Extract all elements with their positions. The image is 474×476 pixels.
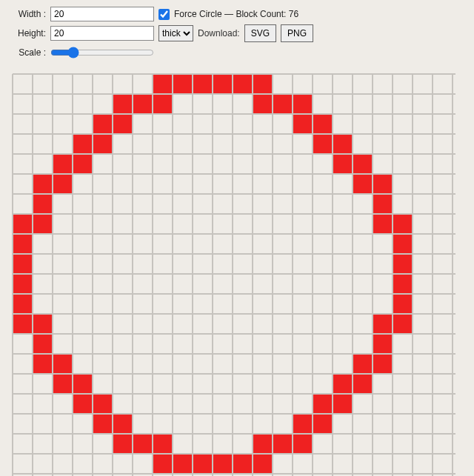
svg-rect-19 xyxy=(333,135,352,153)
svg-rect-25 xyxy=(53,175,72,193)
svg-rect-4 xyxy=(233,75,252,93)
force-circle-status: Force Circle — Block Count: 76 xyxy=(174,9,298,19)
svg-rect-43 xyxy=(33,315,52,333)
svg-rect-10 xyxy=(273,95,292,113)
svg-rect-57 xyxy=(93,395,112,413)
svg-rect-40 xyxy=(13,295,32,313)
svg-rect-51 xyxy=(373,355,392,373)
svg-rect-64 xyxy=(113,435,132,453)
force-circle-checkbox[interactable] xyxy=(158,9,170,20)
svg-rect-75 xyxy=(253,455,272,473)
pixel-grid[interactable] xyxy=(7,67,455,476)
svg-rect-22 xyxy=(333,155,352,173)
svg-rect-52 xyxy=(53,375,72,393)
svg-rect-68 xyxy=(273,435,292,453)
svg-rect-41 xyxy=(393,295,412,313)
svg-rect-9 xyxy=(253,95,272,113)
svg-rect-35 xyxy=(393,235,412,253)
svg-rect-14 xyxy=(293,115,312,133)
svg-rect-60 xyxy=(93,415,112,433)
svg-rect-42 xyxy=(13,315,32,333)
svg-rect-62 xyxy=(293,415,312,433)
svg-rect-18 xyxy=(313,135,332,153)
svg-rect-28 xyxy=(33,195,52,213)
svg-rect-56 xyxy=(73,395,92,413)
svg-rect-3 xyxy=(213,75,232,93)
svg-rect-32 xyxy=(373,215,392,233)
svg-rect-74 xyxy=(233,455,252,473)
svg-rect-33 xyxy=(393,215,412,233)
svg-rect-38 xyxy=(13,275,32,293)
svg-rect-44 xyxy=(373,315,392,333)
svg-rect-72 xyxy=(193,455,212,473)
scale-label: Scale : xyxy=(7,47,46,58)
svg-rect-53 xyxy=(73,375,92,393)
svg-rect-15 xyxy=(313,115,332,133)
svg-rect-30 xyxy=(13,215,32,233)
svg-rect-47 xyxy=(373,335,392,353)
width-input[interactable] xyxy=(50,7,154,21)
download-svg-button[interactable]: SVG xyxy=(244,24,276,42)
svg-rect-55 xyxy=(353,375,372,393)
svg-rect-34 xyxy=(13,235,32,253)
svg-rect-21 xyxy=(73,155,92,173)
svg-rect-45 xyxy=(393,315,412,333)
svg-rect-69 xyxy=(293,435,312,453)
width-label: Width : xyxy=(7,9,46,19)
svg-rect-46 xyxy=(33,335,52,353)
svg-rect-29 xyxy=(373,195,392,213)
svg-rect-36 xyxy=(13,255,32,273)
svg-rect-27 xyxy=(373,175,392,193)
svg-rect-65 xyxy=(133,435,152,453)
svg-rect-58 xyxy=(313,395,332,413)
svg-rect-1 xyxy=(173,75,192,93)
download-png-button[interactable]: PNG xyxy=(281,24,313,42)
svg-rect-17 xyxy=(93,135,112,153)
svg-rect-54 xyxy=(333,375,352,393)
svg-rect-24 xyxy=(33,175,52,193)
height-label: Height: xyxy=(7,28,46,38)
svg-rect-39 xyxy=(393,275,412,293)
svg-rect-31 xyxy=(33,215,52,233)
svg-rect-37 xyxy=(393,255,412,273)
svg-rect-50 xyxy=(353,355,372,373)
svg-rect-6 xyxy=(113,95,132,113)
svg-rect-26 xyxy=(353,175,372,193)
svg-rect-71 xyxy=(173,455,192,473)
svg-rect-73 xyxy=(213,455,232,473)
thickness-select[interactable]: thinthickfilled xyxy=(158,25,193,41)
svg-rect-67 xyxy=(253,435,272,453)
download-label: Download: xyxy=(198,28,240,38)
svg-rect-7 xyxy=(133,95,152,113)
svg-rect-63 xyxy=(313,415,332,433)
svg-rect-12 xyxy=(93,115,112,133)
svg-rect-5 xyxy=(253,75,272,93)
svg-rect-48 xyxy=(33,355,52,373)
svg-rect-70 xyxy=(153,455,172,473)
svg-rect-23 xyxy=(353,155,372,173)
svg-rect-59 xyxy=(333,395,352,413)
svg-rect-8 xyxy=(153,95,172,113)
svg-rect-13 xyxy=(113,115,132,133)
svg-rect-11 xyxy=(293,95,312,113)
scale-slider[interactable] xyxy=(50,47,154,58)
svg-rect-20 xyxy=(53,155,72,173)
svg-rect-0 xyxy=(153,75,172,93)
svg-rect-66 xyxy=(153,435,172,453)
svg-rect-2 xyxy=(193,75,212,93)
svg-rect-49 xyxy=(53,355,72,373)
svg-rect-61 xyxy=(113,415,132,433)
svg-rect-16 xyxy=(73,135,92,153)
height-input[interactable] xyxy=(50,26,154,41)
